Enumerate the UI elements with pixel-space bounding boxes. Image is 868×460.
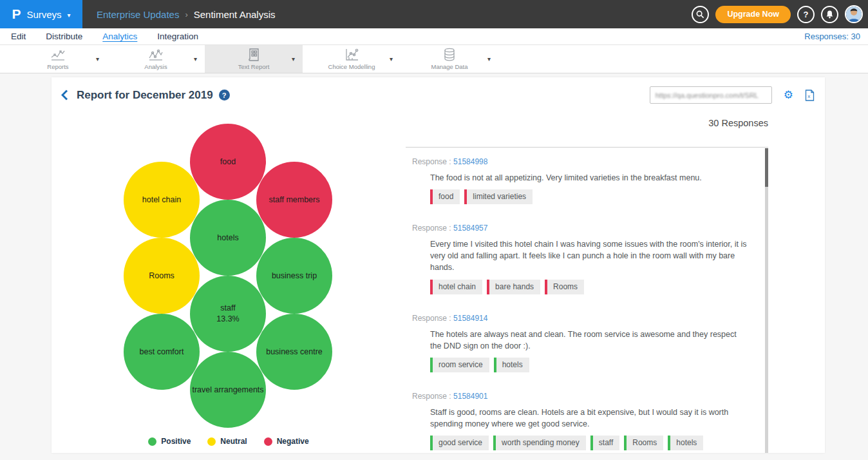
survey-section-menu: Edit Distribute Analytics Integration Re… [0,28,868,45]
profile-photo-icon [846,6,862,22]
bubble-travel-arrangements[interactable]: travel arrangements [190,352,266,428]
question-mark-icon: ? [804,10,809,19]
chevron-down-icon[interactable]: ▾ [292,55,295,62]
response-item: Response : 51584957 Every time I visited… [412,224,749,294]
response-item: Response : 51584914 The hotels are alway… [412,314,749,372]
menu-item-edit[interactable]: Edit [11,32,26,41]
response-label: Response : [412,224,451,233]
report-help-button[interactable]: ? [219,90,230,101]
bubble-staff-members[interactable]: staff members [256,162,332,238]
sentiment-tag[interactable]: good service [430,436,489,450]
questionpro-logo: P [12,6,21,22]
legend-label: Negative [277,437,309,446]
bubble-label: Rooms [149,271,175,282]
export-excel-button[interactable]: x [805,90,815,101]
breadcrumb-current-page: Sentiment Analysis [194,9,276,20]
response-id-link[interactable]: 51584957 [453,224,487,233]
response-tags: food limited varieties [430,189,749,204]
search-icon [696,10,704,19]
sentiment-tag[interactable]: bare hands [487,280,540,294]
back-button[interactable] [61,90,71,101]
sentiment-tag[interactable]: hotel chain [430,280,482,294]
bubble-business-trip[interactable]: business trip [256,238,332,314]
positive-dot-icon [148,437,156,446]
legend-label: Positive [161,437,191,446]
help-button[interactable]: ? [797,6,815,23]
responses-count-link[interactable]: Responses: 30 [804,32,860,41]
sentiment-tag[interactable]: worth spending money [493,436,586,450]
sentiment-tag[interactable]: limited varieties [464,189,533,204]
sentiment-tag[interactable]: Rooms [624,436,663,450]
sentiment-tag[interactable]: staff [590,436,619,450]
response-label: Response : [412,157,451,166]
response-text: The food is not at all appetizing. Very … [430,172,749,184]
toolbar-item-manage-data[interactable]: Manage Data ▾ [401,45,498,73]
bubble-best-comfort[interactable]: best comfort [124,314,200,390]
responses-total-heading: 30 Responses [406,118,768,128]
analysis-chart-icon [148,48,164,62]
responses-list: Response : 51584998 The food is not at a… [406,148,768,453]
response-id-link[interactable]: 51584914 [453,314,487,323]
response-id-link[interactable]: 51584901 [453,392,487,401]
bubble-label: travel arrangements [192,385,263,396]
sentiment-tag[interactable]: food [430,189,460,204]
bell-icon [826,10,834,19]
breadcrumb-separator: › [185,10,187,19]
bubble-business-centre[interactable]: business centre [256,314,332,390]
legend-label: Neutral [220,437,247,446]
sentiment-tag[interactable]: room service [430,358,489,372]
bubble-label: staff [220,303,235,314]
menu-item-distribute[interactable]: Distribute [46,32,82,41]
bubble-staff[interactable]: staff 13.3% [190,276,266,352]
settings-gear-icon[interactable]: ⚙ [784,88,793,102]
chart-legend: Positive Neutral Negative [122,437,335,446]
sentiment-tag[interactable]: Rooms [545,280,584,294]
sentiment-tag[interactable]: hotels [494,358,529,372]
chevron-left-icon [61,90,68,101]
bubble-hotel-chain[interactable]: hotel chain [124,162,200,238]
responses-scrollbar[interactable] [765,148,768,453]
toolbar-item-reports[interactable]: Reports ▾ [9,45,107,73]
toolbar-item-label: Analysis [144,63,167,70]
chevron-down-icon[interactable]: ▾ [96,55,99,62]
search-button[interactable] [692,6,709,23]
response-id-link[interactable]: 51584998 [453,157,487,166]
bubble-label: hotels [217,233,238,244]
response-header: Response : 51584998 [412,157,749,166]
header-actions: Upgrade Now ? [692,0,868,28]
notifications-button[interactable] [821,6,838,23]
sentiment-tag[interactable]: hotels [668,436,703,450]
product-name: Surveys [26,9,61,20]
menu-item-analytics[interactable]: Analytics [102,32,137,41]
toolbar-item-label: Text Report [238,63,270,70]
toolbar-item-analysis[interactable]: Analysis ▾ [107,45,205,73]
response-label: Response : [412,392,451,401]
toolbar-item-text-report[interactable]: Text Report ▾ [205,45,303,73]
share-url-input[interactable]: https://qa.questionpro.com/t/SRL [650,86,772,104]
surveys-product-menu[interactable]: P Surveys ▾ [0,0,82,28]
legend-item-positive: Positive [148,437,191,446]
upgrade-now-button[interactable]: Upgrade Now [715,6,791,23]
neutral-dot-icon [207,437,216,446]
question-mark-icon: ? [222,91,227,99]
toolbar-item-choice-modelling[interactable]: Choice Modelling ▾ [303,45,401,73]
bubble-food[interactable]: food [190,124,266,200]
menu-item-integration[interactable]: Integration [157,32,198,41]
chevron-down-icon[interactable]: ▾ [487,55,491,62]
response-tags: room service hotels [430,358,749,372]
response-header: Response : 51584901 [412,392,749,401]
analytics-toolbar: Reports ▾ Analysis ▾ Text Report ▾ Choic… [0,45,868,73]
bubble-hotels[interactable]: hotels [190,200,266,276]
user-avatar[interactable] [845,5,863,23]
chevron-down-icon[interactable]: ▾ [194,55,197,62]
breadcrumb-survey-name[interactable]: Enterprise Updates [97,9,179,20]
response-item: Response : 51584901 Staff is good, rooms… [412,392,749,450]
scrollbar-thumb[interactable] [765,148,768,187]
share-url-text: https://qa.questionpro.com/t/SRL [656,91,759,99]
bubble-label: best comfort [140,347,184,358]
responses-panel: Response : 51584998 The food is not at a… [406,147,768,453]
chevron-down-icon[interactable]: ▾ [390,55,393,62]
bubble-rooms[interactable]: Rooms [124,238,200,314]
report-actions: https://qa.questionpro.com/t/SRL ⚙ x [650,86,817,104]
bubble-value: 13.3% [216,314,239,325]
